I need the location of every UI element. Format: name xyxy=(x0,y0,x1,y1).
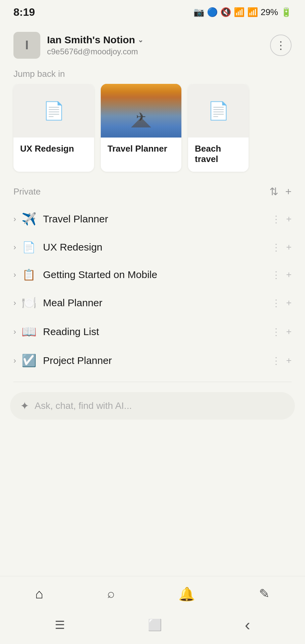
card-body-ux-redesign: UX Redesign xyxy=(13,138,94,161)
dots-reading-list[interactable]: ⋮ xyxy=(271,326,281,337)
private-header: Private ⇅ + xyxy=(0,182,305,205)
camera-icon: 📷 xyxy=(193,7,204,17)
bottom-nav: ⌂ ⌕ 🔔 ✎ ☰ ⬜ ‹ xyxy=(0,576,305,644)
divider xyxy=(13,382,292,382)
nav-label-getting-started: Getting Started on Mobile xyxy=(43,269,271,280)
tab-notifications[interactable]: 🔔 xyxy=(172,583,202,605)
card-body-travel-planner: Travel Planner xyxy=(101,138,181,161)
nav-list: › ✈️ Travel Planner ⋮ + › 📄 UX Redesign … xyxy=(0,205,305,375)
card-image-travel-planner xyxy=(101,84,181,138)
card-ux-redesign[interactable]: 📄 UX Redesign xyxy=(13,84,94,172)
ai-spark-icon: ✦ xyxy=(20,399,29,412)
ai-placeholder-text: Ask, chat, find with AI... xyxy=(35,400,285,411)
chevron-reading-list: › xyxy=(13,327,16,336)
doc-icon-beach: 📄 xyxy=(208,101,229,121)
jump-back-label: Jump back in xyxy=(0,65,305,84)
card-title-ux-redesign: UX Redesign xyxy=(20,144,87,154)
dots-travel-planner[interactable]: ⋮ xyxy=(271,214,281,225)
chevron-travel-planner: › xyxy=(13,214,16,224)
bell-icon: 🔔 xyxy=(178,586,195,602)
nav-item-travel-planner[interactable]: › ✈️ Travel Planner ⋮ + xyxy=(3,205,302,233)
doc-icon: 📄 xyxy=(43,101,65,121)
android-back-icon[interactable]: ‹ xyxy=(245,615,250,634)
book-icon: 📖 xyxy=(21,325,36,339)
wifi-icon: 📶 xyxy=(234,7,245,17)
ai-input-bar[interactable]: ✦ Ask, chat, find with AI... xyxy=(10,392,295,420)
workspace-chevron-icon: ⌄ xyxy=(138,36,143,44)
dots-getting-started[interactable]: ⋮ xyxy=(271,269,281,280)
card-title-travel-planner: Travel Planner xyxy=(107,144,175,154)
nav-item-getting-started[interactable]: › 📋 Getting Started on Mobile ⋮ + xyxy=(3,261,302,288)
chevron-getting-started: › xyxy=(13,270,16,279)
dots-ux-redesign[interactable]: ⋮ xyxy=(271,242,281,253)
header-left: I Ian Smith's Notion ⌄ c9e5676d@moodjoy.… xyxy=(13,32,143,59)
sort-icon: ⇅ xyxy=(269,185,278,198)
plus-ux-redesign[interactable]: + xyxy=(286,242,292,253)
airplane-icon: ✈️ xyxy=(21,212,36,226)
tab-home[interactable]: ⌂ xyxy=(29,583,50,605)
nav-label-meal-planner: Meal Planner xyxy=(43,297,271,309)
chevron-meal-planner: › xyxy=(13,298,16,308)
more-options-button[interactable]: ⋮ xyxy=(270,35,292,56)
android-nav: ☰ ⬜ ‹ xyxy=(0,609,305,644)
search-icon: ⌕ xyxy=(107,586,115,601)
card-body-beach-travel: Beach travel xyxy=(188,138,249,172)
mute-icon: 🔇 xyxy=(220,7,231,17)
status-bar: 8:19 📷 🔵 🔇 📶 📶 29% 🔋 xyxy=(0,0,305,22)
plus-reading-list[interactable]: + xyxy=(286,326,292,337)
add-icon: + xyxy=(285,185,292,198)
home-icon: ⌂ xyxy=(35,586,43,601)
user-email: c9e5676d@moodjoy.com xyxy=(47,47,143,56)
signal-icon: 📶 xyxy=(247,7,258,17)
avatar[interactable]: I xyxy=(13,32,40,59)
nav-item-project-planner[interactable]: › ☑️ Project Planner ⋮ + xyxy=(3,346,302,375)
more-icon: ⋮ xyxy=(275,39,286,52)
nav-label-project-planner: Project Planner xyxy=(43,355,271,366)
workspace-name[interactable]: Ian Smith's Notion ⌄ xyxy=(47,34,143,46)
nav-label-ux-redesign: UX Redesign xyxy=(43,241,271,253)
tab-edit[interactable]: ✎ xyxy=(252,583,276,605)
cards-scroll: 📄 UX Redesign Travel Planner 📄 Beach tra… xyxy=(0,84,305,182)
meal-icon: 🍽️ xyxy=(21,296,36,310)
chevron-project-planner: › xyxy=(13,356,16,365)
nav-actions-ux-redesign: ⋮ + xyxy=(271,242,292,253)
android-menu-icon[interactable]: ☰ xyxy=(55,618,65,632)
doc-icon-ux: 📄 xyxy=(21,241,36,254)
battery-icon: 🔋 xyxy=(281,7,292,17)
checklist-icon: ☑️ xyxy=(21,354,36,368)
plus-project-planner[interactable]: + xyxy=(286,355,292,366)
plus-meal-planner[interactable]: + xyxy=(286,298,292,308)
android-home-icon[interactable]: ⬜ xyxy=(148,618,162,632)
add-private-button[interactable]: + xyxy=(285,185,292,198)
bottom-nav-tabs: ⌂ ⌕ 🔔 ✎ xyxy=(0,576,305,609)
tab-search[interactable]: ⌕ xyxy=(100,583,122,605)
sort-button[interactable]: ⇅ xyxy=(269,185,278,198)
nav-actions-getting-started: ⋮ + xyxy=(271,269,292,280)
dots-meal-planner[interactable]: ⋮ xyxy=(271,298,281,309)
dots-project-planner[interactable]: ⋮ xyxy=(271,355,281,366)
card-image-ux-redesign: 📄 xyxy=(13,84,94,138)
plus-travel-planner[interactable]: + xyxy=(286,214,292,224)
chevron-ux-redesign: › xyxy=(13,243,16,252)
card-beach-travel[interactable]: 📄 Beach travel xyxy=(188,84,249,172)
header: I Ian Smith's Notion ⌄ c9e5676d@moodjoy.… xyxy=(0,22,305,65)
card-image-beach-travel: 📄 xyxy=(188,84,249,138)
plus-getting-started[interactable]: + xyxy=(286,269,292,280)
cloud-sky-graphic xyxy=(101,84,181,138)
card-title-beach-travel: Beach travel xyxy=(195,144,242,164)
private-label: Private xyxy=(13,186,41,197)
status-time: 8:19 xyxy=(13,6,35,18)
card-travel-planner[interactable]: Travel Planner xyxy=(101,84,181,172)
status-icons: 📷 🔵 🔇 📶 📶 29% 🔋 xyxy=(193,7,292,17)
battery-percent: 29% xyxy=(261,7,278,17)
private-actions: ⇅ + xyxy=(269,185,292,198)
nav-item-meal-planner[interactable]: › 🍽️ Meal Planner ⋮ + xyxy=(3,288,302,317)
nav-actions-travel-planner: ⋮ + xyxy=(271,214,292,225)
nav-actions-meal-planner: ⋮ + xyxy=(271,298,292,309)
nav-actions-reading-list: ⋮ + xyxy=(271,326,292,337)
nav-label-reading-list: Reading List xyxy=(43,326,271,337)
nav-label-travel-planner: Travel Planner xyxy=(43,213,271,225)
bluetooth-icon: 🔵 xyxy=(207,7,218,17)
nav-item-ux-redesign[interactable]: › 📄 UX Redesign ⋮ + xyxy=(3,233,302,261)
nav-item-reading-list[interactable]: › 📖 Reading List ⋮ + xyxy=(3,317,302,346)
